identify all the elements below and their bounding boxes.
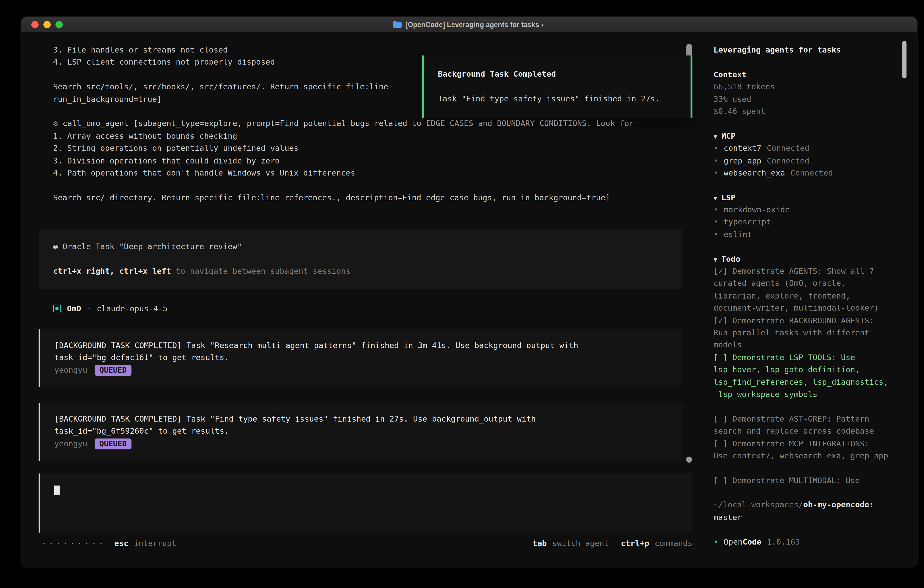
tool-call-text: call_omo_agent [subagent_type=explore, p… <box>63 119 634 128</box>
context-heading: Context <box>713 69 905 81</box>
brand-open: Open <box>724 537 742 547</box>
close-button[interactable] <box>31 21 39 28</box>
ctrlp-label: commands <box>655 538 692 548</box>
scrollbar-thumb[interactable] <box>686 457 692 463</box>
context-tokens: 66,518 tokens <box>713 81 905 93</box>
todo-heading: Todo <box>721 254 740 264</box>
message-meta: yeongyu QUEUED <box>54 438 668 450</box>
mcp-item: •context7Connected <box>713 142 905 155</box>
message-author: yeongyu <box>54 366 87 375</box>
oracle-task-title: Oracle Task "Deep architecture review" <box>63 242 242 251</box>
record-icon: ◉ <box>53 242 58 251</box>
context-used: 33% used <box>713 93 905 106</box>
todo-item-line: lsp_find_references, lsp_diagnostics, <box>713 376 905 388</box>
tab-key: tab <box>533 538 546 548</box>
blank-line <box>713 401 905 413</box>
lsp-heading: LSP <box>721 193 736 202</box>
branch-name: master <box>713 511 905 524</box>
tab-label: switch agent <box>552 538 609 548</box>
status-right: tabswitch agent ctrl+pcommands <box>520 538 692 548</box>
repo-name: oh-my-opencode: <box>803 500 874 509</box>
esc-key-hint: esc <box>114 538 129 548</box>
session-title: Leveraging agents for tasks <box>713 44 905 56</box>
bullet-icon: • <box>713 156 718 165</box>
notification-title: Background Task Completed <box>438 68 680 81</box>
input-line[interactable] <box>54 484 678 497</box>
ctrlp-key: ctrl+p <box>621 538 649 548</box>
blank-line <box>53 253 668 265</box>
message-text: [BACKGROUND TASK COMPLETED] Task "Resear… <box>54 339 668 352</box>
traffic-lights <box>31 17 63 33</box>
todo-item-line: [ ] Demonstrate MCP INTEGRATIONS: <box>713 438 905 450</box>
queued-badge: QUEUED <box>94 438 131 449</box>
tool-call-item: 3. Division operations that could divide… <box>39 155 696 167</box>
bullet-icon: • <box>713 168 718 177</box>
tool-call-item: 4. Path operations that don't handle Win… <box>39 167 696 179</box>
tool-call-item: 1. Array access without bounds checking <box>39 130 696 142</box>
titlebar[interactable]: [OpenCode] Leveraging agents for tasks ◐ <box>21 17 917 33</box>
path-prefix: ~/local-workspaces/ <box>713 500 803 509</box>
todo-item-line: Run parallel tasks with different <box>713 327 905 339</box>
mcp-section-header[interactable]: ▼MCP <box>713 130 905 142</box>
blank-line <box>713 179 905 192</box>
text-cursor <box>54 486 60 496</box>
agent-checkbox-icon <box>53 304 61 312</box>
terminal-line: 3. File handles or streams not closed <box>39 44 696 56</box>
oracle-task-title-line: ◉ Oracle Task "Deep architecture review" <box>53 241 668 253</box>
terminal-window: [OpenCode] Leveraging agents for tasks ◐… <box>21 17 917 567</box>
minimize-button[interactable] <box>43 21 51 28</box>
bullet-icon: • <box>713 230 718 239</box>
title-area: [OpenCode] Leveraging agents for tasks ◐ <box>393 21 545 28</box>
blank-line <box>713 524 905 536</box>
lsp-name: typescript <box>724 217 771 226</box>
version-number: 1.0.163 <box>767 537 800 547</box>
sidebar-scrollbar-thumb[interactable] <box>902 41 906 78</box>
window-title: [OpenCode] Leveraging agents for tasks ◐ <box>405 21 545 28</box>
chevron-down-icon: ▼ <box>713 256 717 263</box>
mcp-name: context7 <box>724 144 761 153</box>
bullet-icon: • <box>713 205 718 214</box>
blank-line <box>713 56 905 69</box>
mcp-status: Connected <box>790 168 833 177</box>
commands-hint: ctrl+pcommands <box>621 538 693 548</box>
folder-icon <box>393 21 402 28</box>
tool-call-item: 2. String operations on potentially unde… <box>39 142 696 155</box>
blank-line <box>713 241 905 253</box>
mcp-item: •websearch_exaConnected <box>713 167 905 179</box>
mcp-name: websearch_exa <box>724 168 785 177</box>
todo-section-header[interactable]: ▼Todo <box>713 253 905 265</box>
background-task-notification: Background Task Completed Task "Find typ… <box>422 56 692 118</box>
separator-dot: · <box>87 304 91 313</box>
lsp-item: •eslint <box>713 228 905 241</box>
message-text: task_id="bg_6f59260c" to get results. <box>54 425 668 438</box>
todo-item-line: [ ] Demonstrate LSP TOOLS: Use <box>713 352 905 364</box>
todo-item-line: [✓] Demonstrate AGENTS: Show all 7 <box>713 265 905 277</box>
todo-item-line: [ ] Demonstrate AST-GREP: Pattern <box>713 413 905 425</box>
todo-item-line: Use context7, websearch_exa, grep_app <box>713 450 905 462</box>
todo-item-line: search and replace across codebase <box>713 425 905 438</box>
gear-icon: ⚙ <box>53 119 58 128</box>
prompt-input[interactable]: OmO Opus 4.5 Anthropic <box>39 473 693 532</box>
maximize-button[interactable] <box>56 21 63 28</box>
lsp-item: •markdown-oxide <box>713 204 905 216</box>
message-meta: yeongyu QUEUED <box>54 364 668 376</box>
mcp-heading: MCP <box>721 131 736 140</box>
todo-item-line: librarian, explore, frontend, <box>713 290 905 302</box>
hint-text: to navigate between subagent sessions <box>171 266 351 276</box>
spinner-dots: ········· <box>41 538 106 548</box>
blank-line <box>39 179 696 192</box>
conversation-pane: 3. File handles or streams not closed 4.… <box>21 33 696 567</box>
tab-hint: tabswitch agent <box>533 538 609 548</box>
bullet-icon: • <box>713 144 718 153</box>
chevron-down-icon: ▼ <box>713 195 717 201</box>
mcp-name: grep_app <box>724 156 761 165</box>
lsp-name: eslint <box>724 230 752 239</box>
tool-call-line: ⚙call_omo_agent [subagent_type=explore, … <box>39 118 696 130</box>
lsp-section-header[interactable]: ▼LSP <box>713 192 905 204</box>
input-meta: OmO Opus 4.5 Anthropic <box>54 509 678 521</box>
agent-model: claude-opus-4-5 <box>97 304 167 313</box>
blank-line <box>713 487 905 499</box>
blank-line <box>54 497 678 509</box>
todo-item-line: models <box>713 339 905 352</box>
brand-code: Code <box>742 537 761 547</box>
